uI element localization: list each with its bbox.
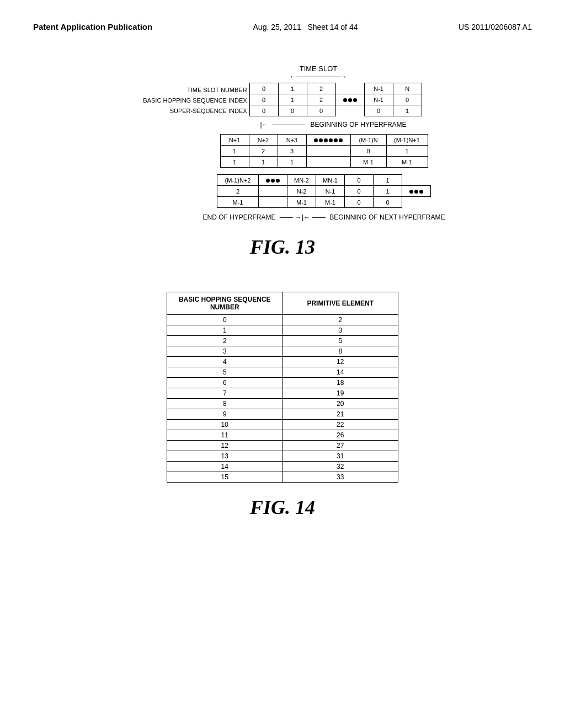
- seq-number: 4: [167, 357, 283, 367]
- cell dots: [335, 94, 364, 105]
- header-date-sheet: Aug. 25, 2011 Sheet 14 of 44: [253, 23, 358, 31]
- primitive-element: 2: [282, 315, 398, 325]
- cell: 0: [249, 83, 278, 94]
- cell dots: [259, 175, 287, 186]
- seq-number: 15: [167, 472, 283, 483]
- cell: MN-2: [287, 175, 316, 186]
- table-row: 25: [167, 336, 398, 346]
- cell: N+2: [249, 135, 278, 146]
- primitive-element: 18: [282, 378, 398, 388]
- fig13-bottom: (M-1)N+2 MN-2 MN-1 0 1 2 N-2 N-1 0: [217, 174, 431, 208]
- row-label-tsn: TIME SLOT NUMBER: [143, 87, 247, 93]
- seq-number: 2: [167, 336, 283, 346]
- primitive-element: 22: [282, 420, 398, 430]
- table-row: 514: [167, 367, 398, 378]
- fig13-middle: N+1 N+2 N+3 (M-1)N (M-1)N+1 1 2 3 0 1: [220, 134, 428, 168]
- header-patent: US 2011/0206087 A1: [459, 23, 532, 31]
- primitive-element: 14: [282, 367, 398, 378]
- cell: [335, 83, 364, 94]
- seq-number: 1: [167, 325, 283, 336]
- seq-number: 10: [167, 420, 283, 430]
- seq-number: 7: [167, 388, 283, 399]
- cell: 1: [278, 94, 307, 105]
- cell: [259, 186, 287, 197]
- cell: N+3: [278, 135, 306, 146]
- cell dots: [402, 186, 431, 197]
- seq-number: 11: [167, 430, 283, 441]
- seq-number: 13: [167, 451, 283, 462]
- cell: 2: [249, 146, 278, 157]
- top-grid-table: 0 1 2 N-1 N 0 1 2 N-1 0: [249, 83, 422, 116]
- seq-number: 6: [167, 378, 283, 388]
- fig14-label: FIG. 14: [250, 496, 315, 519]
- fig13-label: FIG. 13: [250, 235, 315, 259]
- cell: [335, 105, 364, 116]
- table-row: 1331: [167, 451, 398, 462]
- fig14-table: BASIC HOPPING SEQUENCENUMBER PRIMITIVE E…: [167, 292, 398, 483]
- end-hyperframe-label: END OF HYPERFRAME —— →|← —— BEGINNING OF…: [203, 213, 445, 221]
- fig13-container: TIME SLOT ← → TIME SLOT NUMBER BASIC HOP…: [33, 65, 532, 281]
- primitive-element: 21: [282, 409, 398, 420]
- primitive-element: 33: [282, 472, 398, 483]
- cell: M-1: [217, 197, 259, 208]
- primitive-element: 32: [282, 462, 398, 472]
- table-row: 820: [167, 399, 398, 409]
- table-row: 38: [167, 346, 398, 357]
- table-row: 1432: [167, 462, 398, 472]
- row-label-bhsi: BASIC HOPPING SEQUENCE INDEX: [143, 97, 247, 104]
- primitive-element: 8: [282, 346, 398, 357]
- cell: 1: [278, 83, 307, 94]
- table-row: 921: [167, 409, 398, 420]
- fig14-container: BASIC HOPPING SEQUENCENUMBER PRIMITIVE E…: [33, 292, 532, 541]
- primitive-element: 12: [282, 357, 398, 367]
- cell: 1: [374, 186, 402, 197]
- cell: 2: [217, 186, 259, 197]
- cell: [259, 197, 287, 208]
- seq-number: 3: [167, 346, 283, 357]
- page: Patent Application Publication Aug. 25, …: [0, 0, 565, 728]
- cell: [402, 175, 431, 186]
- hyperframe-label: |← BEGINNING OF HYPERFRAME: [260, 121, 406, 129]
- cell: 0: [278, 105, 307, 116]
- primitive-element: 19: [282, 388, 398, 399]
- row-label-ssi: SUPER-SEQUENCE INDEX: [143, 108, 247, 114]
- cell: 0: [364, 105, 393, 116]
- cell: 0: [249, 105, 278, 116]
- cell: N-2: [287, 186, 316, 197]
- table-row: 1533: [167, 472, 398, 483]
- cell: (M-1)N+2: [217, 175, 259, 186]
- cell: [306, 146, 350, 157]
- cell: 2: [307, 94, 335, 105]
- cell: 0: [345, 186, 374, 197]
- cell: 1: [278, 157, 306, 168]
- cell: 0: [249, 94, 278, 105]
- seq-number: 5: [167, 367, 283, 378]
- table-row: 1126: [167, 430, 398, 441]
- primitive-element: 27: [282, 441, 398, 451]
- cell: N-1: [364, 94, 393, 105]
- cell: N+1: [220, 135, 249, 146]
- table-row: 719: [167, 388, 398, 399]
- cell: 1: [374, 175, 402, 186]
- seq-number: 12: [167, 441, 283, 451]
- seq-number: 0: [167, 315, 283, 325]
- row-labels: TIME SLOT NUMBER BASIC HOPPING SEQUENCE …: [143, 83, 247, 116]
- cell: [402, 197, 431, 208]
- cell: 0: [345, 197, 374, 208]
- middle-grid-table: N+1 N+2 N+3 (M-1)N (M-1)N+1 1 2 3 0 1: [220, 134, 428, 168]
- fig14-header-elem: PRIMITIVE ELEMENT: [282, 292, 398, 315]
- cell: 0: [350, 146, 386, 157]
- table-row: 02: [167, 315, 398, 325]
- cell: 3: [278, 146, 306, 157]
- cell: 1: [393, 105, 422, 116]
- cell: 1: [220, 157, 249, 168]
- cell: [306, 157, 350, 168]
- primitive-element: 20: [282, 399, 398, 409]
- cell: 1: [249, 157, 278, 168]
- cell: 0: [345, 175, 374, 186]
- table-row: 1227: [167, 441, 398, 451]
- cell dots: [306, 135, 350, 146]
- seq-number: 9: [167, 409, 283, 420]
- seq-number: 14: [167, 462, 283, 472]
- cell: 2: [307, 83, 335, 94]
